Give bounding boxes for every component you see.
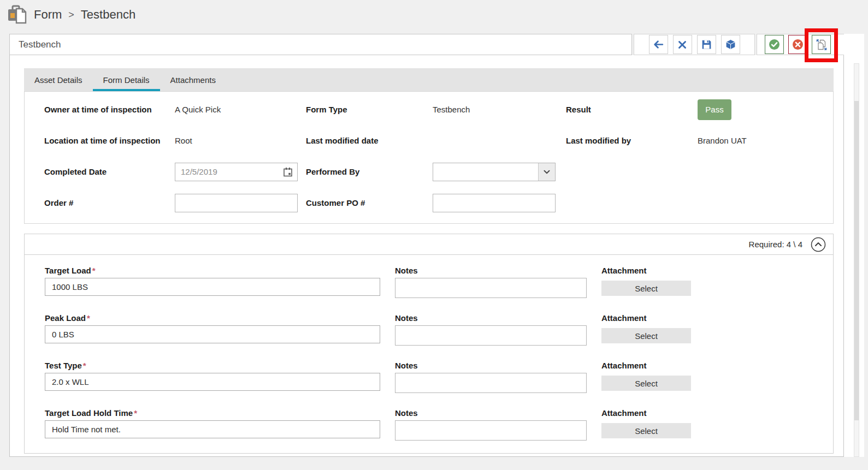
combo-dropdown-button[interactable] — [538, 163, 555, 181]
owner-value: A Quick Pick — [175, 105, 306, 114]
field-row-test-type: Test Type* Notes Attachment Select — [45, 361, 833, 393]
attachment-label: Attachment — [601, 361, 691, 370]
tab-attachments[interactable]: Attachments — [160, 68, 226, 91]
fail-result-button[interactable] — [788, 35, 807, 54]
scrollbar-thumb[interactable] — [854, 101, 859, 420]
location-value: Root — [175, 136, 306, 145]
attachment-label: Attachment — [601, 266, 691, 275]
chevron-down-icon — [542, 167, 552, 177]
breadcrumb-current: Testbench — [81, 8, 135, 22]
breadcrumb-root[interactable]: Form — [34, 8, 62, 22]
field-label: Target Load Hold Time — [45, 408, 133, 418]
tab-strip: Asset Details Form Details Attachments — [24, 68, 834, 91]
required-fields-section: Required: 4 \ 4 Target Load* — [24, 234, 834, 454]
customer-po-label: Customer PO # — [306, 198, 433, 207]
owner-label: Owner at time of inspection — [44, 105, 175, 114]
performed-by-combobox[interactable] — [433, 163, 556, 181]
last-modified-by-label: Last modified by — [566, 136, 698, 145]
form-app-icon — [7, 4, 29, 25]
vertical-scrollbar[interactable] — [854, 63, 859, 457]
save-icon — [701, 39, 712, 50]
result-label: Result — [566, 105, 698, 114]
content-panel: Asset Details Form Details Attachments O… — [9, 55, 844, 457]
required-count: Required: 4 \ 4 — [749, 240, 802, 249]
target-load-input[interactable] — [45, 278, 380, 296]
tab-label: Attachments — [170, 75, 216, 85]
field-label: Target Load — [45, 266, 91, 275]
notes-input[interactable] — [395, 325, 587, 346]
location-label: Location at time of inspection — [44, 136, 175, 145]
cube-icon — [725, 39, 736, 50]
notes-label: Notes — [395, 408, 587, 418]
tab-asset-details[interactable]: Asset Details — [24, 68, 93, 91]
x-icon — [677, 39, 688, 50]
order-number-input[interactable] — [175, 194, 298, 212]
form-details-tab-content: Owner at time of inspection A Quick Pick… — [24, 91, 834, 224]
notes-input[interactable] — [395, 420, 587, 441]
form-type-label: Form Type — [306, 105, 433, 114]
notes-label: Notes — [395, 313, 587, 323]
overview-grid: Owner at time of inspection A Quick Pick… — [25, 92, 833, 218]
back-button[interactable] — [649, 35, 668, 54]
required-asterisk: * — [92, 266, 96, 275]
breadcrumb: Form > Testbench — [7, 4, 135, 25]
arrow-left-icon — [653, 39, 664, 50]
last-modified-by-value: Brandon UAT — [698, 136, 833, 145]
performed-by-value — [433, 163, 538, 181]
cancel-button[interactable] — [673, 35, 692, 54]
completed-date-picker — [175, 163, 298, 181]
peak-load-input[interactable] — [45, 325, 380, 343]
tab-label: Form Details — [103, 75, 150, 85]
tab-form-details[interactable]: Form Details — [93, 68, 160, 91]
field-row-target-load-hold-time: Target Load Hold Time* Notes Attachment … — [45, 408, 833, 441]
required-section-header: Required: 4 \ 4 — [25, 234, 833, 255]
required-asterisk: * — [83, 361, 86, 370]
attachment-select-button[interactable]: Select — [601, 328, 691, 343]
attachment-select-button[interactable]: Select — [601, 281, 691, 296]
completed-date-label: Completed Date — [44, 167, 175, 176]
tab-label: Asset Details — [34, 75, 82, 85]
form-type-value: Testbench — [433, 105, 566, 114]
field-row-target-load: Target Load* Notes Attachment Select — [45, 266, 833, 298]
notes-label: Notes — [395, 266, 587, 275]
chevron-up-circle-icon — [811, 237, 826, 252]
performed-by-label: Performed By — [306, 167, 433, 176]
required-section-body: Target Load* Notes Attachment Select Pea… — [25, 255, 833, 441]
toolbar-nav-group — [634, 34, 755, 55]
pass-result-button[interactable] — [765, 35, 784, 54]
copy-form-button[interactable] — [812, 35, 831, 54]
toolbar: Testbench — [9, 34, 857, 55]
field-label: Test Type — [45, 361, 82, 370]
notes-input[interactable] — [395, 278, 587, 298]
order-number-label: Order # — [44, 198, 175, 207]
attachment-label: Attachment — [601, 408, 691, 418]
test-type-input[interactable] — [45, 373, 380, 391]
target-load-hold-time-input[interactable] — [45, 420, 380, 438]
toolbar-action-group — [757, 34, 857, 55]
breadcrumb-separator: > — [68, 9, 74, 21]
record-title: Testbench — [9, 34, 632, 55]
result-pass-badge[interactable]: Pass — [698, 99, 731, 120]
notes-input[interactable] — [395, 373, 587, 393]
last-modified-date-label: Last modified date — [306, 136, 433, 145]
save-button[interactable] — [697, 35, 716, 54]
x-circle-icon — [792, 39, 804, 50]
required-asterisk: * — [134, 408, 137, 418]
field-row-peak-load: Peak Load* Notes Attachment Select — [45, 313, 833, 346]
customer-po-input[interactable] — [433, 194, 556, 212]
copy-form-button-wrap — [812, 35, 831, 54]
check-circle-icon — [769, 39, 780, 50]
app-window: Form > Testbench Testbench — [0, 0, 868, 470]
field-label: Peak Load — [45, 313, 86, 323]
attachment-select-button[interactable]: Select — [601, 376, 691, 391]
attachment-label: Attachment — [601, 313, 691, 323]
attachment-select-button[interactable]: Select — [601, 423, 691, 438]
completed-date-input[interactable] — [175, 163, 298, 181]
required-asterisk: * — [87, 313, 90, 323]
asset-cube-button[interactable] — [721, 35, 740, 54]
copy-pages-icon — [816, 39, 828, 51]
notes-label: Notes — [395, 361, 587, 370]
calendar-icon[interactable] — [282, 166, 293, 177]
collapse-section-button[interactable] — [811, 237, 826, 252]
